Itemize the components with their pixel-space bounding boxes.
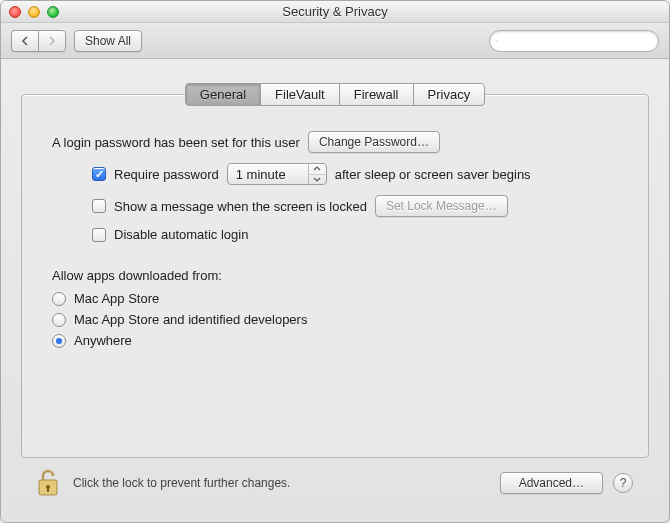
help-button[interactable]: ? [613,473,633,493]
lock-message: Click the lock to prevent further change… [73,476,490,490]
disable-auto-login-label: Disable automatic login [114,227,248,242]
back-button[interactable] [11,30,38,52]
titlebar: Security & Privacy [1,1,669,23]
gatekeeper-label-appstore: Mac App Store [74,291,159,306]
show-message-checkbox[interactable] [92,199,106,213]
gatekeeper-option-anywhere: Anywhere [52,333,618,348]
require-password-delay-value: 1 minute [236,167,286,182]
login-password-row: A login password has been set for this u… [52,131,618,153]
change-password-button[interactable]: Change Password… [308,131,440,153]
require-password-checkbox[interactable] [92,167,106,181]
prefs-window: Security & Privacy Show All General File… [0,0,670,523]
zoom-window-button[interactable] [47,6,59,18]
tab-filevault[interactable]: FileVault [260,83,340,106]
gatekeeper-label-identified: Mac App Store and identified developers [74,312,307,327]
close-window-button[interactable] [9,6,21,18]
require-password-delay-popup[interactable]: 1 minute [227,163,327,185]
gatekeeper-option-appstore: Mac App Store [52,291,618,306]
tab-privacy[interactable]: Privacy [413,83,486,106]
disable-auto-login-checkbox[interactable] [92,228,106,242]
traffic-lights [9,6,59,18]
show-all-button[interactable]: Show All [74,30,142,52]
tabs: General FileVault Firewall Privacy [21,83,649,106]
svg-line-1 [497,41,498,42]
set-lock-message-button[interactable]: Set Lock Message… [375,195,508,217]
svg-rect-4 [47,487,49,492]
login-password-message: A login password has been set for this u… [52,135,300,150]
stepper-icon [308,164,326,184]
gatekeeper-radio-identified[interactable] [52,313,66,327]
search-input[interactable] [502,34,652,48]
show-message-label: Show a message when the screen is locked [114,199,367,214]
lock-button[interactable] [37,468,63,498]
lock-open-icon [37,468,63,498]
tab-firewall[interactable]: Firewall [339,83,414,106]
svg-point-0 [496,40,497,41]
disable-auto-login-row: Disable automatic login [92,227,618,242]
search-icon [496,35,498,47]
footer: Click the lock to prevent further change… [21,458,649,508]
gatekeeper-radio-anywhere[interactable] [52,334,66,348]
gatekeeper-radio-appstore[interactable] [52,292,66,306]
require-password-row: Require password 1 minute after sleep or… [92,163,618,185]
nav-segment [11,30,66,52]
chevron-left-icon [20,36,30,46]
advanced-button[interactable]: Advanced… [500,472,603,494]
general-pane: A login password has been set for this u… [21,94,649,458]
chevron-down-icon [313,177,321,182]
tab-general[interactable]: General [185,83,261,106]
show-message-row: Show a message when the screen is locked… [92,195,618,217]
gatekeeper-label-anywhere: Anywhere [74,333,132,348]
require-password-label-before: Require password [114,167,219,182]
toolbar: Show All [1,23,669,59]
minimize-window-button[interactable] [28,6,40,18]
gatekeeper-option-identified: Mac App Store and identified developers [52,312,618,327]
search-field[interactable] [489,30,659,52]
window-title: Security & Privacy [1,4,669,19]
require-password-label-after: after sleep or screen saver begins [335,167,531,182]
chevron-up-icon [313,166,321,171]
chevron-right-icon [47,36,57,46]
gatekeeper-heading: Allow apps downloaded from: [52,268,618,283]
forward-button[interactable] [38,30,66,52]
content: General FileVault Firewall Privacy A log… [1,59,669,522]
